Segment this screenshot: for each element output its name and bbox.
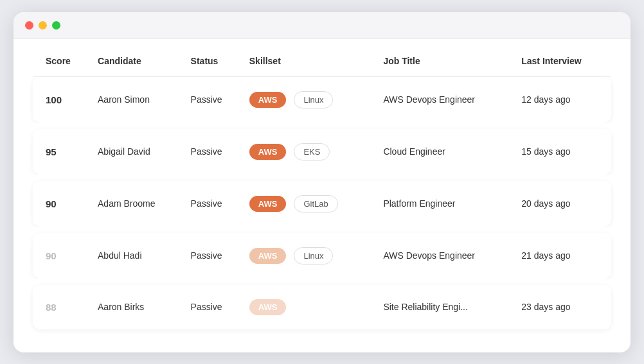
- skill-badge: AWS: [249, 248, 287, 264]
- skill-badge: GitLab: [294, 195, 337, 212]
- cell-score: 90: [33, 181, 91, 227]
- cell-skillset: AWSLinux: [243, 77, 377, 123]
- cell-jobtitle: AWS Devops Engineer: [377, 233, 515, 279]
- title-bar: [13, 12, 631, 39]
- score-value: 88: [46, 302, 57, 313]
- skill-badge: AWS: [249, 144, 287, 160]
- skill-badge: AWS: [249, 92, 287, 108]
- cell-jobtitle: AWS Devops Engineer: [377, 77, 515, 123]
- cell-skillset: AWSGitLab: [243, 181, 377, 227]
- cell-jobtitle: Platform Engineer: [377, 181, 515, 227]
- cell-jobtitle: Cloud Engineer: [377, 129, 515, 175]
- col-jobtitle: Job Title: [377, 46, 515, 77]
- cell-status: Passive: [184, 285, 243, 329]
- cell-candidate: Abigail David: [91, 129, 184, 175]
- cell-status: Passive: [184, 233, 243, 279]
- table-row[interactable]: 90Adam BroomePassiveAWSGitLabPlatform En…: [33, 181, 611, 227]
- skill-badge: AWS: [249, 299, 287, 315]
- cell-status: Passive: [184, 77, 243, 123]
- table-container: Score Candidate Status Skillset Job Titl…: [13, 39, 631, 352]
- cell-lastinterview: 23 days ago: [515, 285, 611, 329]
- table-row-spacer: [33, 227, 611, 233]
- score-value: 90: [46, 250, 57, 261]
- cell-status: Passive: [184, 181, 243, 227]
- col-score: Score: [33, 46, 91, 77]
- score-value: 90: [46, 198, 57, 209]
- cell-lastinterview: 12 days ago: [515, 77, 611, 123]
- table-row-spacer: [33, 279, 611, 285]
- cell-candidate: Aaron Simon: [91, 77, 184, 123]
- app-window: Score Candidate Status Skillset Job Titl…: [13, 12, 631, 352]
- candidates-table: Score Candidate Status Skillset Job Titl…: [33, 46, 611, 329]
- score-value: 95: [46, 146, 57, 157]
- cell-lastinterview: 21 days ago: [515, 233, 611, 279]
- cell-candidate: Adam Broome: [91, 181, 184, 227]
- cell-candidate: Abdul Hadi: [91, 233, 184, 279]
- cell-status: Passive: [184, 129, 243, 175]
- table-row[interactable]: 88Aaron BirksPassiveAWSSite Reliability …: [33, 285, 611, 329]
- skill-badge: AWS: [249, 196, 287, 212]
- close-button[interactable]: [25, 21, 33, 30]
- skill-badge: EKS: [294, 143, 330, 160]
- cell-candidate: Aaron Birks: [91, 285, 184, 329]
- cell-skillset: AWSLinux: [243, 233, 377, 279]
- table-row[interactable]: 90Abdul HadiPassiveAWSLinuxAWS Devops En…: [33, 233, 611, 279]
- table-row-spacer: [33, 175, 611, 181]
- cell-lastinterview: 15 days ago: [515, 129, 611, 175]
- col-candidate: Candidate: [91, 46, 184, 77]
- table-row[interactable]: 100Aaron SimonPassiveAWSLinuxAWS Devops …: [33, 77, 611, 123]
- skill-badge: Linux: [294, 91, 333, 108]
- table-row-spacer: [33, 123, 611, 129]
- col-lastinterview: Last Interview: [515, 46, 611, 77]
- cell-score: 88: [33, 285, 91, 329]
- table-row[interactable]: 95Abigail DavidPassiveAWSEKSCloud Engine…: [33, 129, 611, 175]
- maximize-button[interactable]: [52, 21, 60, 30]
- skill-badge: Linux: [294, 247, 333, 264]
- cell-score: 100: [33, 77, 91, 123]
- col-status: Status: [184, 46, 243, 77]
- col-skillset: Skillset: [243, 46, 377, 77]
- cell-lastinterview: 20 days ago: [515, 181, 611, 227]
- cell-score: 95: [33, 129, 91, 175]
- cell-jobtitle: Site Reliability Engi...: [377, 285, 515, 329]
- cell-skillset: AWSEKS: [243, 129, 377, 175]
- minimize-button[interactable]: [39, 21, 47, 30]
- score-value: 100: [46, 94, 62, 105]
- cell-skillset: AWS: [243, 285, 377, 329]
- table-header-row: Score Candidate Status Skillset Job Titl…: [33, 46, 611, 77]
- cell-score: 90: [33, 233, 91, 279]
